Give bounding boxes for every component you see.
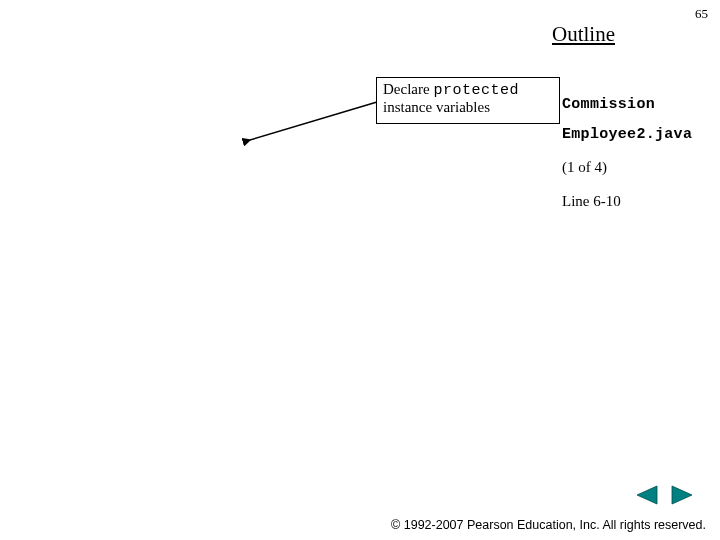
right-column: Commission Employee2.java (1 of 4) Line … [562, 95, 712, 211]
prev-button[interactable] [634, 484, 660, 506]
svg-marker-3 [672, 486, 692, 504]
callout-keyword: protected [433, 82, 519, 99]
copyright-text: © 1992-2007 Pearson Education, Inc. All … [391, 518, 706, 532]
triangle-right-icon [669, 484, 695, 506]
file-name-line2: Employee2.java [562, 125, 712, 145]
callout-line2: instance variables [383, 99, 490, 115]
next-button[interactable] [669, 484, 695, 506]
callout-prefix: Declare [383, 81, 433, 97]
svg-marker-2 [637, 486, 657, 504]
triangle-left-icon [634, 484, 660, 506]
page-number: 65 [695, 6, 708, 22]
file-name-line1: Commission [562, 95, 712, 115]
line-reference: Line 6-10 [562, 192, 712, 212]
outline-heading: Outline [552, 22, 615, 47]
svg-line-1 [250, 102, 377, 140]
callout-arrow [245, 100, 380, 145]
page-sub: (1 of 4) [562, 158, 712, 178]
callout-box: Declare protected instance variables [376, 77, 560, 124]
